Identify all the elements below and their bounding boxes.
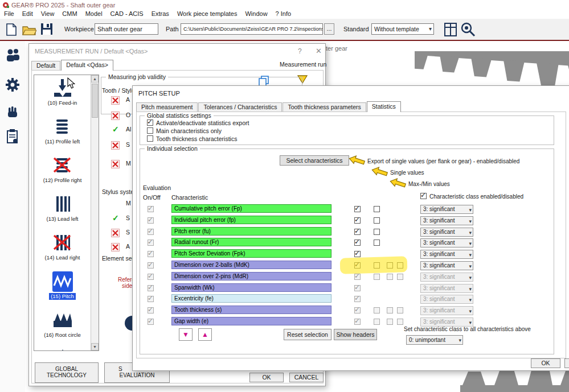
global-option-checkbox[interactable] (147, 119, 153, 126)
onoff-checkbox[interactable] (148, 206, 154, 212)
export-checkbox[interactable] (387, 307, 393, 313)
browse-button[interactable]: ... (324, 23, 334, 35)
new-document-icon[interactable] (5, 23, 18, 36)
ok-button[interactable]: OK (249, 373, 284, 382)
global-option-main-characteristics-only[interactable]: Main characteristics only (147, 127, 222, 134)
class-enabled-checkbox[interactable] (420, 193, 427, 199)
move-up-button[interactable]: ▲ (198, 328, 212, 341)
onoff-checkbox[interactable] (148, 296, 154, 302)
element-item-15-pitch[interactable]: (15) Pitch (34, 271, 91, 307)
element-item-13-lead-left[interactable]: (13) Lead left (34, 193, 91, 230)
class-combo[interactable]: 3: significant (420, 295, 473, 304)
standard-combo[interactable]: Without template (371, 23, 434, 35)
workpiece-input[interactable]: Shaft outer gear (95, 23, 158, 35)
tab-pitch-measurement[interactable]: Pitch measurement (136, 102, 198, 112)
class-combo[interactable]: 3: significant (420, 273, 473, 282)
tooth-row-x-mark[interactable] (111, 160, 120, 168)
export-checkbox[interactable] (374, 240, 380, 246)
menu-edit[interactable]: Edit (18, 10, 37, 17)
scroll-down-arrow[interactable]: ▼ (91, 343, 99, 350)
report-icon[interactable] (443, 22, 458, 38)
global-option-activate-deactivate-statistics-export[interactable]: Activate/deactivate statistics export (147, 119, 249, 126)
show-headers-button[interactable]: Show headers (334, 329, 377, 340)
scroll-up-arrow[interactable]: ▲ (91, 75, 99, 82)
select-characteristics-button[interactable]: Select characteristics (280, 155, 349, 166)
global-technology-button[interactable]: GLOBAL TECHNOLOGY (35, 362, 99, 383)
search-icon[interactable] (460, 22, 476, 38)
tab-default[interactable]: Default (31, 61, 60, 70)
move-down-button[interactable]: ▼ (179, 328, 193, 341)
onoff-checkbox[interactable] (148, 229, 154, 235)
element-item-16-root-circle[interactable]: (16) Root circle (34, 310, 91, 346)
export-checkbox[interactable] (387, 274, 393, 280)
export-checkbox[interactable] (374, 262, 380, 269)
export-checkbox[interactable] (354, 262, 361, 269)
class-enabled-option[interactable]: Characteristic class enabled/disabled (420, 193, 523, 200)
onoff-checkbox[interactable] (148, 240, 154, 246)
export-checkbox[interactable] (354, 296, 361, 302)
users-icon[interactable] (5, 48, 20, 63)
export-checkbox[interactable] (374, 206, 380, 212)
export-checkbox[interactable] (374, 229, 380, 235)
onoff-checkbox[interactable] (148, 262, 154, 269)
export-checkbox[interactable] (354, 217, 361, 224)
class-combo[interactable]: 3: significant (420, 250, 473, 259)
export-checkbox[interactable] (397, 274, 403, 280)
menu-model[interactable]: Model (81, 10, 107, 17)
menu-extras[interactable]: Extras (148, 10, 173, 17)
element-item-12-profile-right[interactable]: (12) Profile right (34, 155, 91, 191)
class-combo[interactable]: 3: significant (420, 306, 473, 315)
export-checkbox[interactable] (354, 307, 361, 313)
probe-hand-icon[interactable] (5, 105, 20, 119)
settings-gear-icon[interactable] (5, 77, 20, 92)
onoff-checkbox[interactable] (148, 285, 154, 291)
measurement-plan-icon[interactable] (5, 129, 20, 145)
export-checkbox[interactable] (354, 285, 361, 291)
export-checkbox[interactable] (397, 262, 403, 269)
export-checkbox[interactable] (354, 240, 361, 246)
reset-selection-button[interactable]: Reset selection (284, 329, 331, 340)
tab-statistics[interactable]: Statistics (367, 101, 401, 112)
cancel-button[interactable]: CANCEL (289, 373, 324, 382)
element-list-scrollbar[interactable]: ▲ ▼ (91, 75, 99, 350)
menu-view[interactable]: View (37, 10, 59, 17)
open-folder-icon[interactable] (22, 23, 36, 36)
tab-tolerances-characteristics[interactable]: Tolerances / Characteristics (198, 102, 282, 112)
tooth-row-x-mark[interactable] (111, 112, 120, 120)
export-checkbox[interactable] (354, 274, 361, 280)
stylus-row-x-mark[interactable] (111, 229, 120, 237)
menu-work-piece-templates[interactable]: Work piece templates (173, 10, 241, 17)
export-checkbox[interactable] (387, 262, 393, 269)
export-checkbox[interactable] (354, 251, 361, 257)
class-combo[interactable]: 3: significant (420, 317, 473, 327)
onoff-checkbox[interactable] (148, 217, 154, 224)
global-option-tooth-thickness-characteristics[interactable]: Tooth thickness characteristics (147, 135, 237, 142)
export-checkbox[interactable] (374, 319, 380, 325)
element-item-10-feed-in[interactable]: (10) Feed-in (34, 77, 91, 114)
class-combo[interactable]: 3: significant (420, 261, 473, 270)
partial-button[interactable] (564, 358, 569, 368)
menu-cad-acis[interactable]: CAD - ACIS (107, 10, 148, 17)
set-class-combo[interactable]: 0: unimportant (406, 335, 463, 345)
tooth-row-x-mark[interactable] (111, 141, 120, 150)
element-item-partial[interactable] (34, 348, 91, 351)
export-checkbox[interactable] (387, 319, 393, 325)
export-checkbox[interactable] (354, 229, 361, 235)
export-checkbox[interactable] (354, 319, 361, 325)
menu-file[interactable]: File (0, 10, 18, 17)
path-input[interactable]: C:\Users\Public\Documents\Zeiss\GEAR PRO… (181, 23, 323, 35)
export-checkbox[interactable] (374, 307, 380, 313)
export-checkbox[interactable] (374, 217, 380, 224)
class-combo[interactable]: 3: significant (420, 216, 473, 225)
class-combo[interactable]: 3: significant (420, 238, 473, 247)
onoff-checkbox[interactable] (148, 319, 154, 325)
menu-info[interactable]: ? Info (272, 10, 296, 17)
tab-tooth-thickness-parameters[interactable]: Tooth thickness parameters (283, 102, 366, 112)
onoff-checkbox[interactable] (148, 307, 154, 313)
element-item-14-lead-right[interactable]: (14) Lead right (34, 232, 91, 269)
export-checkbox[interactable] (374, 274, 380, 280)
menu-cmm[interactable]: CMM (58, 10, 81, 17)
element-item-11-profile-left[interactable]: (11) Profile left (34, 116, 91, 152)
stylus-row-x-mark[interactable] (111, 243, 120, 251)
tab-default-qdas[interactable]: Default <Qdas> (61, 60, 113, 71)
